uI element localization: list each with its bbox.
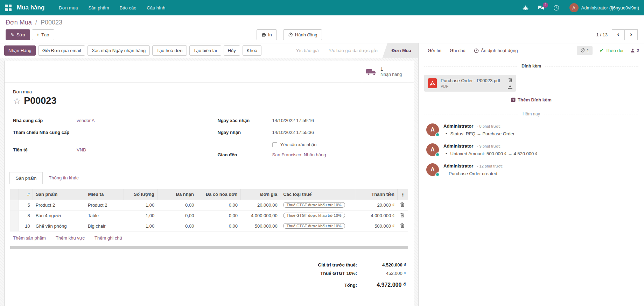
status-step[interactable]: Y/c báo giá đã được gửi bbox=[324, 43, 383, 58]
tax-amount-row: Thuế GTGT 10%: 452.000 ₫ bbox=[290, 271, 406, 276]
cell-description: Big chair bbox=[85, 221, 124, 231]
message-author[interactable]: Administrator bbox=[443, 123, 473, 129]
column-header-quantity[interactable]: Số lượng bbox=[124, 189, 157, 200]
apps-grid-icon bbox=[5, 5, 12, 11]
list-add-link[interactable]: Thêm ghi chú bbox=[94, 235, 122, 241]
currency-link[interactable]: VND bbox=[77, 146, 86, 156]
cell-index: 10 bbox=[19, 221, 33, 231]
statusbar-action-button[interactable]: Hủy bbox=[224, 45, 240, 56]
followers-button[interactable]: 2 bbox=[630, 48, 639, 53]
control-panel-buttons-row: ✎ Sửa + Tạo In Hành động bbox=[0, 29, 644, 40]
row-handle[interactable] bbox=[10, 221, 19, 231]
attachment-download-icon[interactable] bbox=[508, 85, 512, 89]
attachment-card[interactable]: Purchase Order - P00023.pdf PDF bbox=[424, 75, 516, 92]
order-line-row[interactable]: 5 Product 2 Product 2 1,00 0,00 0,00 20.… bbox=[10, 200, 408, 210]
pager-previous-button[interactable]: ‹ bbox=[612, 29, 625, 40]
user-menu[interactable]: A Administrator (fj6nyue0vi9m) bbox=[564, 3, 639, 12]
smart-button-label: Nhận hàng bbox=[380, 72, 402, 78]
cell-quantity: 1,00 bbox=[124, 210, 157, 221]
confirm-reminder-checkbox[interactable] bbox=[272, 142, 277, 147]
add-attachment-button[interactable]: Thêm Đính kèm bbox=[419, 97, 644, 102]
debug-button[interactable] bbox=[518, 0, 533, 15]
app-name[interactable]: Mua hàng bbox=[16, 4, 54, 11]
schedule-activity-button[interactable]: Ấn định hoạt động bbox=[474, 48, 518, 53]
tab-products[interactable]: Sản phẩm bbox=[9, 172, 43, 184]
optional-columns-icon[interactable]: ⋮ bbox=[397, 189, 408, 200]
field-confirm-reminder: Yêu cầu xác nhận bbox=[272, 141, 406, 149]
cell-product: Product 2 bbox=[33, 200, 85, 210]
edit-button[interactable]: ✎ Sửa bbox=[6, 29, 30, 40]
nav-menu-item[interactable]: Đơn mua bbox=[54, 0, 83, 15]
nav-menu-item[interactable]: Sản phẩm bbox=[83, 0, 114, 15]
action-button[interactable]: Hành động bbox=[283, 29, 322, 40]
apps-menu-button[interactable] bbox=[0, 0, 16, 15]
message-author[interactable]: Administrator bbox=[443, 163, 473, 169]
order-line-row[interactable]: 8 Bàn 4 người Table 1,00 0,00 0,00 4.000… bbox=[10, 210, 408, 221]
tab-other-info[interactable]: Thông tin khác bbox=[43, 172, 84, 184]
delete-row-icon[interactable] bbox=[400, 213, 405, 218]
send-message-button[interactable]: Gửi tin bbox=[428, 48, 441, 53]
cell-billed: 0,00 bbox=[197, 210, 240, 221]
statusbar-action-button[interactable]: Xác nhận Ngày nhận hàng bbox=[88, 45, 150, 56]
breadcrumb-current: P00023 bbox=[41, 19, 62, 26]
deliver-to-link[interactable]: San Francisco: Nhận hàng bbox=[272, 151, 326, 161]
attachments-button[interactable]: 1 bbox=[577, 46, 593, 55]
nav-menu-item[interactable]: Báo cáo bbox=[114, 0, 142, 15]
vendor-link[interactable]: vendor A bbox=[77, 117, 94, 127]
pager-next-button[interactable]: › bbox=[625, 29, 638, 40]
status-step[interactable]: Y/c báo giá bbox=[291, 43, 324, 58]
status-step[interactable]: Đơn Mua bbox=[383, 43, 418, 58]
follow-button[interactable]: ✔ Theo dõi bbox=[600, 48, 623, 53]
breadcrumb-separator: / bbox=[34, 19, 39, 26]
bug-icon bbox=[523, 5, 528, 11]
create-button[interactable]: + Tạo bbox=[32, 29, 54, 40]
statusbar-action-button[interactable]: Tạo hoá đơn bbox=[152, 45, 187, 56]
column-header-taxes[interactable]: Các loại thuế bbox=[280, 189, 355, 200]
horizontal-scrollbar[interactable] bbox=[10, 246, 408, 249]
receipt-smart-button[interactable]: 1 Nhận hàng bbox=[362, 61, 408, 83]
online-presence-dot bbox=[435, 152, 440, 157]
attachment-delete-icon[interactable] bbox=[508, 78, 512, 82]
messages-button[interactable]: 2 bbox=[533, 0, 549, 15]
cell-billed: 0,00 bbox=[197, 200, 240, 210]
top-navbar: Mua hàng Đơn muaSản phẩmBáo cáoCấu hình … bbox=[0, 0, 644, 15]
navbar-left: Mua hàng Đơn muaSản phẩmBáo cáoCấu hình bbox=[0, 0, 170, 15]
log-note-button[interactable]: Ghi chú bbox=[450, 48, 465, 53]
field-confirm-date: Ngày xác nhận 14/10/2022 17:59:16 bbox=[218, 117, 406, 127]
order-line-row[interactable]: 10 Ghế văn phòng Big chair 1,00 0,00 0,0… bbox=[10, 221, 408, 231]
doc-type-label: Đơn mua bbox=[13, 89, 405, 94]
delete-row-icon[interactable] bbox=[400, 202, 405, 207]
field-currency: Tiền tệ VND bbox=[13, 146, 209, 156]
message-avatar[interactable]: A bbox=[426, 143, 439, 156]
list-add-link[interactable]: Thêm khu vực bbox=[56, 235, 85, 241]
activities-button[interactable] bbox=[549, 0, 564, 15]
delete-row-icon[interactable] bbox=[400, 223, 405, 228]
cell-quantity: 1,00 bbox=[124, 221, 157, 231]
breadcrumb-parent[interactable]: Đơn Mua bbox=[6, 19, 32, 26]
field-deliver-to: Giao đến San Francisco: Nhận hàng bbox=[218, 151, 406, 161]
statusbar-action-button[interactable]: Khoá bbox=[243, 45, 261, 56]
column-header-unit-price[interactable]: Đơn giá bbox=[240, 189, 280, 200]
nav-menu-item[interactable]: Cấu hình bbox=[141, 0, 170, 15]
column-header-billed[interactable]: Đã có hoá đơn bbox=[197, 189, 240, 200]
column-header-description[interactable]: Miêu tả bbox=[85, 189, 124, 200]
statusbar-action-button[interactable]: Tạo biên lai bbox=[189, 45, 221, 56]
print-button[interactable]: In bbox=[257, 29, 277, 40]
message-body: Status: RFQ → Purchase Order bbox=[450, 131, 515, 136]
column-header-received[interactable]: Đã nhận bbox=[157, 189, 197, 200]
statusbar-action-button[interactable]: Gửi Đơn qua email bbox=[38, 45, 85, 56]
list-add-link[interactable]: Thêm sản phẩm bbox=[13, 235, 46, 241]
row-handle[interactable] bbox=[10, 200, 19, 210]
message-avatar[interactable]: A bbox=[426, 123, 439, 136]
statusbar-action-button[interactable]: Nhận Hàng bbox=[4, 45, 36, 56]
button-box: 1 Nhận hàng bbox=[5, 61, 414, 83]
message-avatar[interactable]: A bbox=[426, 163, 439, 176]
row-handle[interactable] bbox=[10, 210, 19, 221]
statusbar-row: Nhận HàngGửi Đơn qua emailXác nhận Ngày … bbox=[0, 43, 644, 58]
message-author[interactable]: Administrator bbox=[443, 143, 473, 149]
favorite-star-icon[interactable]: ☆ bbox=[13, 97, 21, 106]
cell-delete bbox=[397, 221, 408, 231]
column-header-index[interactable]: # bbox=[19, 189, 33, 200]
column-header-subtotal[interactable]: Thành tiền bbox=[355, 189, 398, 200]
column-header-product[interactable]: Sản phẩm bbox=[33, 189, 85, 200]
